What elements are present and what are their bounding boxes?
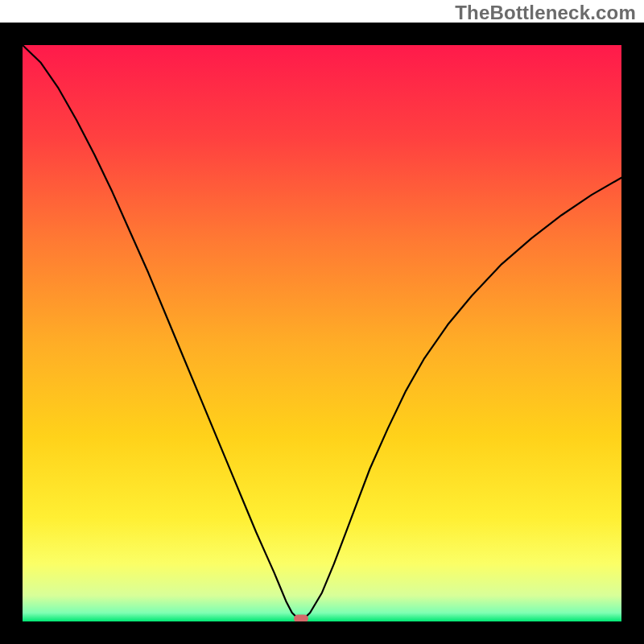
bottleneck-chart (0, 23, 644, 644)
optimal-marker (294, 614, 308, 622)
plot-background (23, 45, 621, 621)
chart-container: TheBottleneck.com (0, 0, 644, 644)
watermark-text: TheBottleneck.com (455, 2, 636, 24)
